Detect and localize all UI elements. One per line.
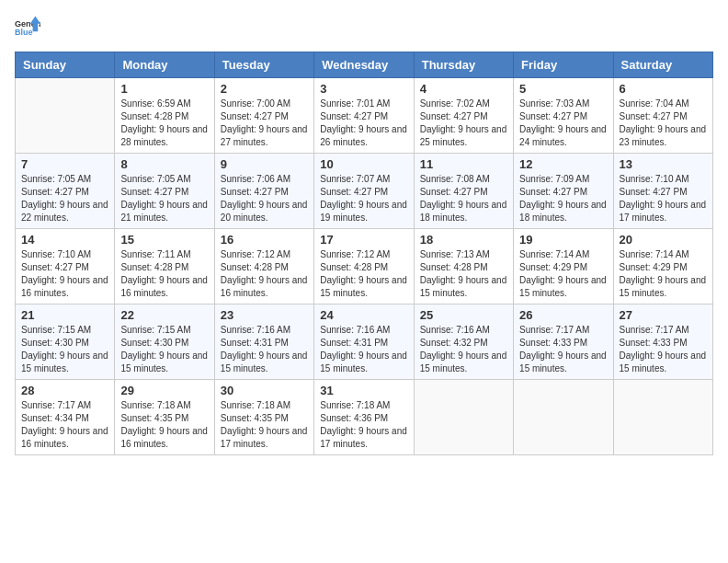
day-number: 7 [21, 157, 108, 171]
day-number: 15 [120, 233, 208, 247]
calendar-cell: 19Sunrise: 7:14 AMSunset: 4:29 PMDayligh… [514, 229, 613, 304]
calendar-week-5: 28Sunrise: 7:17 AMSunset: 4:34 PMDayligh… [16, 380, 713, 455]
day-number: 2 [221, 82, 308, 96]
calendar-cell: 14Sunrise: 7:10 AMSunset: 4:27 PMDayligh… [16, 229, 115, 304]
day-number: 22 [120, 308, 208, 322]
calendar-cell: 21Sunrise: 7:15 AMSunset: 4:30 PMDayligh… [16, 304, 115, 380]
calendar-table: SundayMondayTuesdayWednesdayThursdayFrid… [15, 52, 713, 455]
header-thursday: Thursday [414, 52, 513, 78]
day-info: Sunrise: 7:17 AMSunset: 4:34 PMDaylight:… [21, 399, 108, 451]
day-number: 13 [620, 157, 707, 171]
day-number: 16 [221, 233, 308, 247]
calendar-cell: 25Sunrise: 7:16 AMSunset: 4:32 PMDayligh… [414, 304, 513, 380]
calendar-cell: 26Sunrise: 7:17 AMSunset: 4:33 PMDayligh… [514, 304, 613, 380]
calendar-cell [514, 380, 613, 455]
header-friday: Friday [514, 52, 613, 78]
calendar-cell: 23Sunrise: 7:16 AMSunset: 4:31 PMDayligh… [214, 304, 313, 380]
header-sunday: Sunday [16, 52, 115, 78]
calendar-cell: 9Sunrise: 7:06 AMSunset: 4:27 PMDaylight… [214, 154, 313, 229]
calendar-cell: 8Sunrise: 7:05 AMSunset: 4:27 PMDaylight… [115, 154, 214, 229]
calendar-cell: 13Sunrise: 7:10 AMSunset: 4:27 PMDayligh… [613, 154, 712, 229]
day-number: 18 [420, 233, 507, 247]
day-info: Sunrise: 7:18 AMSunset: 4:36 PMDaylight:… [320, 399, 407, 451]
day-info: Sunrise: 7:04 AMSunset: 4:27 PMDaylight:… [620, 98, 707, 149]
day-number: 30 [221, 384, 308, 397]
day-number: 21 [21, 308, 108, 322]
day-number: 17 [320, 233, 407, 247]
header-tuesday: Tuesday [214, 52, 313, 78]
calendar-cell [16, 78, 115, 154]
calendar-cell [613, 380, 712, 455]
day-info: Sunrise: 7:15 AMSunset: 4:30 PMDaylight:… [120, 324, 208, 375]
day-number: 27 [620, 308, 707, 322]
calendar-cell: 22Sunrise: 7:15 AMSunset: 4:30 PMDayligh… [115, 304, 214, 380]
day-info: Sunrise: 7:12 AMSunset: 4:28 PMDaylight:… [221, 248, 308, 300]
header: General Blue [15, 15, 713, 40]
day-info: Sunrise: 7:16 AMSunset: 4:31 PMDaylight:… [320, 324, 407, 375]
day-info: Sunrise: 7:03 AMSunset: 4:27 PMDaylight:… [519, 98, 607, 149]
day-info: Sunrise: 7:09 AMSunset: 4:27 PMDaylight:… [519, 173, 607, 224]
day-info: Sunrise: 7:15 AMSunset: 4:30 PMDaylight:… [21, 324, 108, 375]
day-info: Sunrise: 7:17 AMSunset: 4:33 PMDaylight:… [519, 324, 607, 375]
day-number: 5 [519, 82, 607, 96]
day-number: 14 [21, 233, 108, 247]
calendar-cell: 31Sunrise: 7:18 AMSunset: 4:36 PMDayligh… [314, 380, 414, 455]
day-info: Sunrise: 7:14 AMSunset: 4:29 PMDaylight:… [519, 248, 607, 300]
calendar-cell: 10Sunrise: 7:07 AMSunset: 4:27 PMDayligh… [314, 154, 414, 229]
day-info: Sunrise: 7:10 AMSunset: 4:27 PMDaylight:… [21, 248, 108, 300]
svg-text:Blue: Blue [15, 28, 33, 37]
day-info: Sunrise: 7:02 AMSunset: 4:27 PMDaylight:… [420, 98, 507, 149]
day-number: 6 [620, 82, 707, 96]
calendar-cell: 1Sunrise: 6:59 AMSunset: 4:28 PMDaylight… [115, 78, 214, 154]
day-info: Sunrise: 7:07 AMSunset: 4:27 PMDaylight:… [320, 173, 407, 224]
header-wednesday: Wednesday [314, 52, 414, 78]
calendar-week-2: 7Sunrise: 7:05 AMSunset: 4:27 PMDaylight… [16, 154, 713, 229]
calendar-cell: 17Sunrise: 7:12 AMSunset: 4:28 PMDayligh… [314, 229, 414, 304]
calendar-cell: 3Sunrise: 7:01 AMSunset: 4:27 PMDaylight… [314, 78, 414, 154]
header-monday: Monday [115, 52, 214, 78]
day-number: 1 [120, 82, 208, 96]
day-info: Sunrise: 7:00 AMSunset: 4:27 PMDaylight:… [221, 98, 308, 149]
calendar-header-row: SundayMondayTuesdayWednesdayThursdayFrid… [16, 52, 713, 78]
logo-icon: General Blue [15, 15, 40, 40]
day-number: 20 [620, 233, 707, 247]
calendar-week-3: 14Sunrise: 7:10 AMSunset: 4:27 PMDayligh… [16, 229, 713, 304]
calendar-cell: 6Sunrise: 7:04 AMSunset: 4:27 PMDaylight… [613, 78, 712, 154]
day-info: Sunrise: 6:59 AMSunset: 4:28 PMDaylight:… [120, 98, 208, 149]
day-info: Sunrise: 7:06 AMSunset: 4:27 PMDaylight:… [221, 173, 308, 224]
calendar-cell: 20Sunrise: 7:14 AMSunset: 4:29 PMDayligh… [613, 229, 712, 304]
day-info: Sunrise: 7:17 AMSunset: 4:33 PMDaylight:… [620, 324, 707, 375]
calendar-cell: 16Sunrise: 7:12 AMSunset: 4:28 PMDayligh… [214, 229, 313, 304]
day-number: 4 [420, 82, 507, 96]
calendar-cell: 18Sunrise: 7:13 AMSunset: 4:28 PMDayligh… [414, 229, 513, 304]
day-number: 25 [420, 308, 507, 322]
calendar-week-1: 1Sunrise: 6:59 AMSunset: 4:28 PMDaylight… [16, 78, 713, 154]
day-number: 9 [221, 157, 308, 171]
day-info: Sunrise: 7:01 AMSunset: 4:27 PMDaylight:… [320, 98, 407, 149]
logo: General Blue [15, 15, 40, 40]
day-info: Sunrise: 7:05 AMSunset: 4:27 PMDaylight:… [21, 173, 108, 224]
day-info: Sunrise: 7:10 AMSunset: 4:27 PMDaylight:… [620, 173, 707, 224]
calendar-cell: 2Sunrise: 7:00 AMSunset: 4:27 PMDaylight… [214, 78, 313, 154]
day-number: 10 [320, 157, 407, 171]
calendar-cell: 5Sunrise: 7:03 AMSunset: 4:27 PMDaylight… [514, 78, 613, 154]
header-saturday: Saturday [613, 52, 712, 78]
calendar-cell: 30Sunrise: 7:18 AMSunset: 4:35 PMDayligh… [214, 380, 313, 455]
day-number: 11 [420, 157, 507, 171]
day-number: 31 [320, 384, 407, 397]
day-number: 3 [320, 82, 407, 96]
day-info: Sunrise: 7:16 AMSunset: 4:32 PMDaylight:… [420, 324, 507, 375]
day-number: 28 [21, 384, 108, 397]
calendar-cell: 7Sunrise: 7:05 AMSunset: 4:27 PMDaylight… [16, 154, 115, 229]
day-number: 26 [519, 308, 607, 322]
day-number: 29 [120, 384, 208, 397]
calendar-cell: 11Sunrise: 7:08 AMSunset: 4:27 PMDayligh… [414, 154, 513, 229]
calendar-cell: 15Sunrise: 7:11 AMSunset: 4:28 PMDayligh… [115, 229, 214, 304]
day-info: Sunrise: 7:08 AMSunset: 4:27 PMDaylight:… [420, 173, 507, 224]
calendar-cell: 27Sunrise: 7:17 AMSunset: 4:33 PMDayligh… [613, 304, 712, 380]
day-info: Sunrise: 7:11 AMSunset: 4:28 PMDaylight:… [120, 248, 208, 300]
calendar-cell [414, 380, 513, 455]
day-info: Sunrise: 7:05 AMSunset: 4:27 PMDaylight:… [120, 173, 208, 224]
day-number: 23 [221, 308, 308, 322]
day-number: 24 [320, 308, 407, 322]
